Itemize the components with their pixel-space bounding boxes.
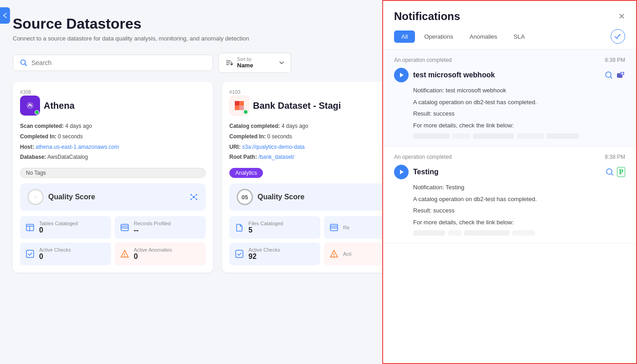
tab-operations[interactable]: Operations [417,30,460,43]
notif-meta-1: An operation completed [394,57,452,63]
status-dot-athena [35,110,39,115]
notif-line-1-0: Notification: test microsoft webhook [413,86,625,95]
records-bank-icon [329,223,339,232]
checks-bank-icon [235,249,244,258]
notif-tabs: All Operations Anomalies SLA [394,29,625,44]
host-link-athena[interactable]: athena.us-east-1.amazonaws.com [35,144,119,150]
zoom-icon-2[interactable] [605,167,614,177]
quality-section-bank: 05 Quality Score [229,183,382,211]
stat-tables-athena: Tables Cataloged 0 [20,216,111,239]
quality-label-bank: Quality Score [258,193,304,201]
tag-athena[interactable]: No Tags [20,168,206,178]
quality-circle-athena: - [27,189,44,205]
notif-line-2-2: Result: success [413,206,625,215]
notif-time-1: 8:38 PM [605,57,625,63]
notif-meta-2: An operation completed [394,154,452,160]
tab-anomalies[interactable]: Anomalies [462,30,505,43]
card-id-bank: #103 [229,89,341,95]
sort-chevron-icon [279,60,284,66]
search-input[interactable] [31,59,206,66]
play-button-2[interactable] [394,165,409,179]
sort-dropdown[interactable]: Sort by Name [218,53,291,73]
uri-link-bank[interactable]: s3a://qualytics-demo-data [242,144,304,150]
svg-rect-23 [235,101,239,106]
notif-line-1-2: Result: success [413,109,625,118]
back-button[interactable] [0,7,10,24]
left-panel: Source Datastores Connect to a source da… [0,0,382,364]
double-check-icon [614,34,622,39]
svg-point-4 [26,102,34,109]
tables-icon [25,223,35,232]
root-link-bank[interactable]: /bank_dataset/ [258,154,294,160]
svg-rect-17 [121,224,128,231]
warning-icon [120,249,129,258]
stat-re-bank: Re [324,216,382,239]
play-button-1[interactable] [394,68,409,82]
sort-labels: Sort by Name [237,57,253,69]
search-icon [20,59,28,67]
sort-prefix: Sort by [237,57,253,62]
card-header-athena: #308 Athena [20,89,206,116]
notif-line-2-3: For more details, check the link below: [413,218,625,227]
notif-line-2-0: Notification: Testing [413,183,625,192]
p-icon-2[interactable]: P [617,167,625,177]
stat-checks-bank: Active Checks 92 [229,243,320,265]
notif-icons-1 [604,71,625,80]
stat-files-bank: Files Cataloged 5 [229,216,320,239]
svg-point-22 [124,256,125,257]
status-dot-bank [243,110,248,114]
svg-line-11 [194,195,197,197]
card-name-bank: Bank Dataset - Stagi [253,101,341,111]
svg-rect-26 [239,106,244,110]
svg-line-10 [191,195,194,197]
page-subtitle: Connect to a source datastore for data q… [13,35,369,42]
svg-point-41 [334,256,334,257]
stat-anomalies-athena: Active Anomalies 0 [115,243,206,265]
notif-time-2: 8:38 PM [605,154,625,160]
svg-rect-14 [26,224,34,231]
card-icon-bank [229,96,249,116]
toolbar: Sort by Name [13,53,369,73]
sort-icon [225,59,233,67]
notif-line-1-3: For more details, check the link below: [413,121,625,130]
notif-list: An operation completed 8:38 PM test micr… [383,50,636,363]
tab-all[interactable]: All [394,30,415,43]
datastore-card-athena: #308 Athena [13,82,213,273]
notif-body-1: Notification: test microsoft webhook A c… [394,86,625,139]
notif-item-1: An operation completed 8:38 PM test micr… [383,50,636,147]
cards-row: #308 Athena [13,82,369,273]
svg-rect-36 [330,224,338,231]
notif-icons-2: P [605,167,625,177]
warning-bank-icon [329,249,339,258]
datastore-card-bank: #103 Bank Datase [222,82,382,273]
notif-title-2: Testing [413,168,601,176]
svg-rect-24 [239,101,244,106]
svg-rect-25 [235,106,239,110]
card-meta-athena: Scan completed: 4 days ago Completed In:… [20,121,206,162]
tag-bank[interactable]: Analytics [229,168,263,178]
zoom-icon-1[interactable] [604,71,613,80]
search-box[interactable] [13,55,213,71]
tab-sla[interactable]: SLA [506,30,532,43]
card-id-athena: #308 [20,89,75,95]
svg-rect-20 [26,250,34,258]
notifications-panel: Notifications ✕ All Operations Anomalies… [382,0,637,364]
records-icon [120,223,129,232]
card-name-athena: Athena [44,101,75,111]
card-meta-bank: Catalog completed: 4 days ago Completed … [229,121,382,162]
svg-point-45 [622,73,623,75]
blurred-link-1 [413,133,625,139]
notif-body-2: Notification: Testing A catalog operatio… [394,183,625,236]
quality-circle-bank: 05 [237,189,253,205]
teams-icon-1[interactable] [616,71,625,80]
card-icon-athena [20,96,40,116]
quality-network-icon [189,192,198,202]
athena-logo-icon [25,100,35,111]
quality-label-athena: Quality Score [48,193,95,201]
close-notifications-button[interactable]: ✕ [618,11,625,21]
page-title: Source Datastores [13,15,369,32]
mark-all-read-button[interactable] [611,29,625,44]
notif-title: Notifications [394,10,460,23]
svg-point-42 [606,72,611,77]
svg-line-12 [191,197,194,199]
